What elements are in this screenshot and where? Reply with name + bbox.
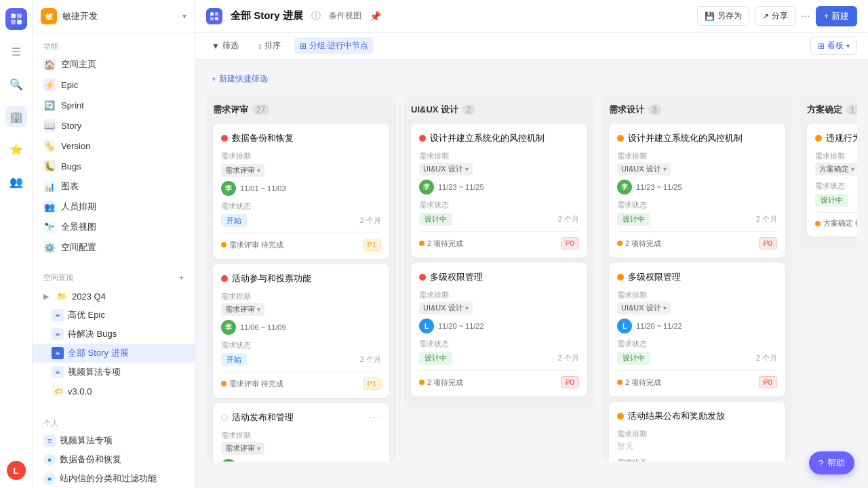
date-5: 11/20 ~ 11/22 [438, 322, 484, 330]
main-content: 全部 Story 进展 ⓘ 条件视图 📌 💾 另存为 ↗ 分享 ··· + 新建… [195, 0, 868, 488]
view-toggle-button[interactable]: ⊞ 看板 ▾ [810, 37, 857, 55]
field-tag-period-2[interactable]: 需求评审 ▾ [221, 303, 264, 316]
nav-item-chart[interactable]: 📊 图表 [33, 176, 195, 197]
assignee-4: 李 11/23 ~ 11/25 [419, 180, 484, 195]
view-toggle-arrow: ▾ [846, 42, 850, 49]
help-button[interactable]: ? 帮助 [809, 451, 854, 474]
space-item-label-video: 视频算法专项 [68, 366, 121, 378]
add-filter-button[interactable]: + 新建快捷筛选 [206, 70, 273, 87]
field-tag-period-9[interactable]: 方案确定 ▾ [815, 163, 857, 176]
app-sidebar: ☰ 🔍 🏢 ⭐ 👥 L [0, 0, 33, 488]
nav-item-space-home[interactable]: 🏠 空间主页 [33, 54, 195, 75]
card-footer-2: 需求评审 待完成 P1 [221, 371, 381, 390]
card-row-status-7: 设计中 2 个月 [617, 352, 777, 365]
group-button[interactable]: ⊞ 分组·进行中节点 [294, 37, 374, 54]
footer-status-1: 需求评审 待完成 [221, 240, 283, 250]
period-chevron-9: ▾ [851, 165, 854, 173]
save-as-icon: 💾 [705, 12, 715, 21]
field-tag-period-7[interactable]: UI&UX 设计 ▾ [617, 302, 671, 314]
period-empty-8: 暂无 [617, 441, 777, 452]
nav-label-space-home: 空间主页 [61, 58, 96, 70]
filter-label: 筛选 [222, 40, 239, 52]
more-icon[interactable]: ··· [801, 10, 810, 22]
nav-item-sprint[interactable]: 🔄 Sprint [33, 95, 195, 115]
sidebar-icon-user[interactable]: L [7, 461, 26, 480]
nav-header[interactable]: 敏 敏捷开发 ▾ [33, 0, 195, 33]
nav-item-bugs[interactable]: 🐛 Bugs [33, 156, 195, 176]
nav-item-members[interactable]: 👥 人员排期 [33, 197, 195, 217]
add-space-icon[interactable]: + [179, 273, 184, 283]
card-assignee-row-6: 李 11/23 ~ 11/25 [617, 180, 777, 195]
space-tree-bugs[interactable]: ≡ 待解决 Bugs [33, 325, 195, 344]
date-2: 11/06 ~ 11/09 [240, 323, 286, 331]
assignee-5: L 11/20 ~ 11/22 [419, 319, 484, 333]
field-tag-period-4[interactable]: UI&UX 设计 ▾ [419, 163, 473, 176]
card-risk-control-ux: 设计并建立系统化的风控机制 需求排期 UI&UX 设计 ▾ 李 11/23 ~ … [411, 124, 587, 258]
nav-item-config[interactable]: ⚙️ 空间配置 [33, 237, 195, 258]
avatar-linmi-7: L [617, 319, 632, 333]
date-6: 11/23 ~ 11/25 [636, 183, 682, 191]
column-count-design: 3 [648, 104, 661, 115]
help-label: 帮助 [827, 457, 845, 469]
footer-dot-2 [221, 381, 226, 386]
card-title-risk-control-ux: 设计并建立系统化的风控机制 [419, 132, 579, 144]
sidebar-icon-search[interactable]: 🔍 [5, 73, 27, 95]
priority-badge-p0-6: P0 [759, 237, 777, 249]
column-header-ux: UI&UX 设计 2 [411, 102, 587, 117]
field-label-period-7: 需求排期 [617, 290, 777, 300]
card-activity-vote: 活动参与和投票功能 需求排期 需求评审 ▾ 李 11/06 ~ 11/09 [213, 264, 389, 398]
add-filter-label: 新建快捷筛选 [219, 73, 268, 85]
filter-button[interactable]: ▼ 筛选 [206, 37, 244, 54]
card-field-period-1: 需求排期 需求评审 ▾ [221, 151, 381, 177]
sort-button[interactable]: ↕ 排序 [252, 37, 286, 54]
nav-item-epic[interactable]: ⚡ Epic [33, 75, 195, 95]
space-tree-video[interactable]: ≡ 视频算法专项 [33, 363, 195, 382]
top-bar: 全部 Story 进展 ⓘ 条件视图 📌 💾 另存为 ↗ 分享 ··· + 新建 [195, 0, 868, 33]
assignee-6: 李 11/23 ~ 11/25 [617, 180, 682, 195]
personal-item-data[interactable]: ● 数据备份和恢复 [33, 450, 195, 469]
pin-icon[interactable]: 📌 [370, 11, 381, 22]
doc-icon-video: ≡ [52, 366, 64, 378]
nav-item-story[interactable]: 📖 Story [33, 115, 195, 136]
nav-item-overview[interactable]: 🔭 全景视图 [33, 217, 195, 237]
field-tag-period-5[interactable]: UI&UX 设计 ▾ [419, 302, 473, 314]
save-as-label: 另存为 [717, 10, 742, 22]
footer-status-4: 2 项待完成 [419, 239, 463, 249]
card-menu-3[interactable]: ··· [368, 411, 381, 424]
info-icon[interactable]: ⓘ [311, 10, 321, 22]
sidebar-icon-team[interactable]: 👥 [5, 171, 27, 192]
nav-label-config: 空间配置 [61, 241, 96, 253]
new-button[interactable]: + 新建 [816, 6, 857, 26]
card-assignee-row-1: 李 11/01 ~ 11/03 [221, 181, 381, 196]
app-logo[interactable] [5, 8, 27, 30]
save-as-button[interactable]: 💾 另存为 [697, 6, 749, 26]
field-tag-period-3[interactable]: 需求评审 ▾ [221, 442, 264, 455]
period-chevron-5: ▾ [465, 304, 469, 312]
sidebar-icon-menu[interactable]: ☰ [5, 41, 27, 62]
share-button[interactable]: ↗ 分享 [755, 6, 795, 26]
card-assignee-row-7: L 11/20 ~ 11/22 [617, 319, 777, 333]
field-label-period-3: 需求排期 [221, 430, 381, 441]
field-label-status-2: 需求状态 [221, 340, 381, 350]
board-columns: 需求评审 27 数据备份和恢复 需求排期 需求评审 ▾ [206, 96, 857, 477]
card-field-period-7: 需求排期 UI&UX 设计 ▾ [617, 290, 777, 314]
space-tree-2023q4[interactable]: ▶ 📁 2023 Q4 [33, 287, 195, 306]
sidebar-icon-favorites[interactable]: ⭐ [5, 138, 27, 160]
field-label-period-4: 需求排期 [419, 151, 579, 161]
space-tree-v3[interactable]: 🏷 v3.0.0 [33, 382, 195, 401]
personal-item-inbox[interactable]: ● 站内信的分类和过滤功能 [33, 469, 195, 488]
space-tree-story-progress[interactable]: ≡ 全部 Story 进展 [33, 344, 195, 363]
nav-item-version[interactable]: 🏷️ Version [33, 136, 195, 156]
nav-icon-overview: 🔭 [43, 221, 56, 233]
sort-icon: ↕ [258, 41, 262, 51]
card-header-3: 活动发布和管理 ··· [221, 411, 381, 430]
board-actions: + 新建快捷筛选 [206, 70, 857, 87]
space-tree-epic[interactable]: ≡ 高优 Epic [33, 306, 195, 325]
personal-item-video[interactable]: ≡ 视频算法专项 [33, 431, 195, 450]
field-label-status-1: 需求状态 [221, 201, 381, 211]
space-item-label-bugs: 待解决 Bugs [68, 328, 117, 340]
space-section-header: 空间置顶 + [33, 268, 195, 287]
field-tag-period-1[interactable]: 需求评审 ▾ [221, 164, 264, 177]
sidebar-icon-workspace[interactable]: 🏢 [5, 106, 27, 127]
field-tag-period-6[interactable]: UI&UX 设计 ▾ [617, 163, 671, 176]
